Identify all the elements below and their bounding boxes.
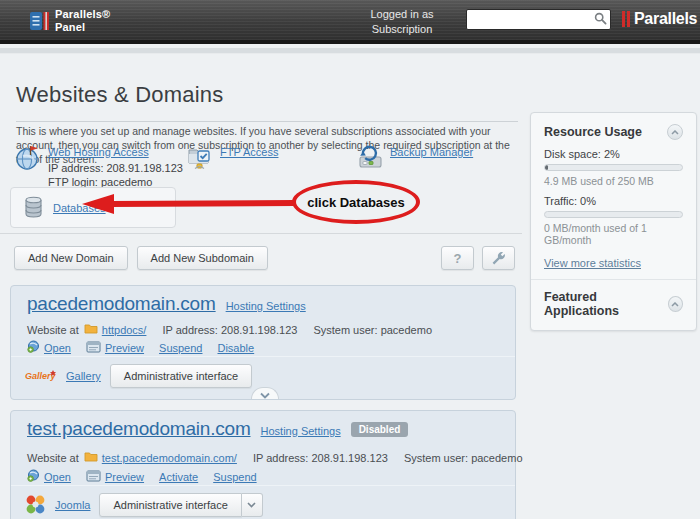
suspend-link[interactable]: Suspend (213, 471, 256, 483)
collapse-resource-usage-button[interactable] (667, 124, 683, 140)
parallels-panel-window: Parallels® Panel Logged in as Subscripti… (0, 0, 700, 519)
traffic-label: Traffic: 0% (544, 195, 683, 207)
question-mark-icon: ? (454, 251, 462, 266)
domain-card: pacedemodomain.com Hosting Settings Webs… (10, 285, 516, 400)
chevron-down-icon (260, 392, 270, 399)
administrative-interface-button[interactable]: Administrative interface (99, 493, 241, 517)
system-user-text: System user: pacedemo (313, 324, 432, 336)
gallery-app-link[interactable]: Gallery (66, 370, 101, 382)
card-expander[interactable] (251, 387, 279, 399)
open-globe-icon (27, 469, 40, 484)
preview-icon (86, 341, 101, 355)
search-icon[interactable] (593, 12, 607, 26)
chevron-down-icon (247, 502, 256, 508)
activate-link[interactable]: Activate (159, 471, 198, 483)
parallels-panel-logo-icon (30, 10, 49, 32)
logo-line-1: Parallels® (55, 8, 110, 21)
collapse-featured-apps-button[interactable] (668, 296, 683, 312)
administrative-interface-split-button: Administrative interface (99, 493, 262, 517)
folder-icon (84, 451, 98, 464)
wrench-icon (491, 250, 507, 266)
ip-address-text: IP address: 208.91.198.123 (162, 324, 297, 336)
ip-address-text: IP address: 208.91.198.123 (253, 452, 388, 464)
brand-name: Parallels (634, 10, 697, 28)
admin-interface-dropdown-toggle[interactable] (242, 493, 263, 517)
website-at-label: Website at (27, 324, 79, 336)
ip-address-text: IP address: 208.91.198.123 (48, 161, 183, 175)
page-title: Websites & Domains (16, 82, 518, 122)
hosting-settings-link[interactable]: Hosting Settings (226, 300, 306, 312)
preview-icon (86, 470, 101, 484)
backup-drive-icon (356, 144, 383, 173)
joomla-app-link[interactable]: Joomla (55, 499, 90, 511)
header-search (466, 9, 611, 30)
featured-applications-title: Featured Applications (544, 290, 668, 318)
globe-flag-icon (14, 144, 41, 173)
chevron-up-icon (671, 302, 679, 307)
gallery-logo-icon: Gallery (25, 368, 57, 384)
docroot-link[interactable]: test.pacedemodomain.com/ (102, 452, 237, 464)
folder-icon (84, 323, 98, 336)
domain-name-link[interactable]: pacedemodomain.com (27, 293, 216, 315)
tool-web-hosting-access: Web Hosting Access IP address: 208.91.19… (14, 146, 183, 189)
logged-in-line-2: Subscription (352, 22, 452, 37)
utility-buttons: ? (441, 246, 515, 270)
sidebar-panel: Resource Usage Disk space: 2% 4.9 MB use… (530, 112, 697, 331)
domain-name-link[interactable]: test.pacedemodomain.com (27, 418, 251, 440)
docroot-link[interactable]: httpdocs/ (102, 324, 147, 336)
disk-space-label: Disk space: 2% (544, 148, 683, 160)
settings-button[interactable] (482, 246, 515, 270)
disk-space-progressbar (544, 164, 683, 171)
top-header-bar: Parallels® Panel Logged in as Subscripti… (0, 0, 700, 44)
database-icon (23, 196, 44, 220)
domain-actions: Add New Domain Add New Subdomain (14, 246, 268, 270)
help-button[interactable]: ? (441, 246, 474, 270)
disable-link[interactable]: Disable (217, 342, 254, 354)
subheader-strip (0, 48, 700, 54)
parallels-brand-logo: Parallels (622, 10, 697, 28)
annotation-text: click Databases (307, 195, 405, 210)
system-user-text: System user: pacedemo (404, 452, 523, 464)
preview-link[interactable]: Preview (105, 342, 144, 354)
section-divider (0, 233, 522, 234)
website-at-label: Website at (27, 452, 79, 464)
domain-card: test.pacedemodomain.com Hosting Settings… (10, 410, 516, 519)
disk-space-progress-fill (545, 165, 548, 170)
tool-ftp-access: FTP Access (186, 146, 278, 173)
tool-backup-manager: Backup Manager (356, 146, 473, 173)
administrative-interface-button[interactable]: Administrative interface (110, 364, 252, 388)
view-more-statistics-link[interactable]: View more statistics (544, 257, 641, 269)
joomla-logo-icon (25, 494, 46, 517)
add-new-domain-button[interactable]: Add New Domain (14, 246, 128, 270)
chevron-up-icon (671, 130, 679, 135)
traffic-progressbar (544, 211, 683, 218)
open-link[interactable]: Open (44, 471, 71, 483)
search-input[interactable] (466, 9, 611, 30)
suspend-link[interactable]: Suspend (159, 342, 202, 354)
status-badge: Disabled (351, 422, 409, 437)
add-new-subdomain-button[interactable]: Add New Subdomain (137, 246, 268, 270)
parallels-bars-icon (622, 11, 630, 27)
logo-line-2: Panel (55, 21, 110, 34)
hosting-settings-link[interactable]: Hosting Settings (261, 425, 341, 437)
traffic-detail: 0 MB/month used of 1 GB/month (544, 222, 683, 246)
open-globe-icon (27, 340, 40, 355)
preview-link[interactable]: Preview (105, 471, 144, 483)
annotation-arrow-icon (80, 191, 298, 217)
resource-usage-title: Resource Usage (544, 125, 642, 139)
disk-space-detail: 4.9 MB used of 250 MB (544, 175, 683, 187)
panel-divider (531, 279, 696, 280)
annotation-ellipse: click Databases (292, 180, 420, 224)
backup-manager-link[interactable]: Backup Manager (390, 146, 473, 158)
ftp-access-link[interactable]: FTP Access (220, 146, 278, 158)
open-link[interactable]: Open (44, 342, 71, 354)
ftp-folder-icon (186, 144, 213, 173)
parallels-panel-logo: Parallels® Panel (30, 8, 110, 34)
web-hosting-access-link[interactable]: Web Hosting Access (48, 146, 149, 158)
logged-in-line-1: Logged in as (352, 7, 452, 22)
logged-in-as: Logged in as Subscription (352, 7, 452, 37)
